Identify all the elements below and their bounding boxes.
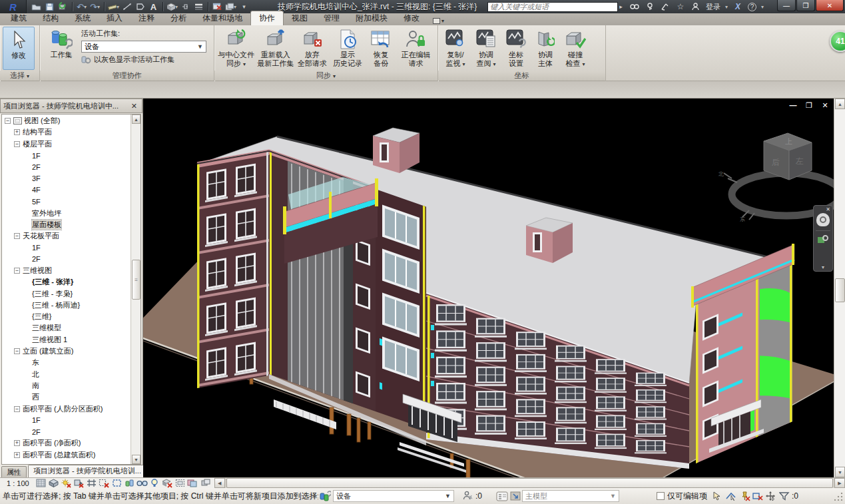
analytical-model-icon[interactable] — [186, 478, 199, 488]
crop-view-icon[interactable] — [85, 478, 98, 488]
tree-item-area-1f[interactable]: 1F — [2, 415, 131, 426]
detail-level-icon[interactable] — [35, 478, 47, 488]
close-button[interactable]: ✕ — [816, 0, 844, 11]
close-hidden-windows-icon[interactable] — [212, 1, 223, 12]
tree-item-floor-2f[interactable]: 2F — [2, 161, 131, 172]
tab-analyze[interactable]: 分析 — [162, 11, 194, 25]
restore-backup-button[interactable]: 恢复备份 — [367, 27, 396, 70]
expand-toggle[interactable]: + — [14, 129, 20, 135]
zoom-icon[interactable] — [818, 235, 828, 246]
tree-item-site-ground[interactable]: 室外地坪 — [2, 207, 131, 218]
temporary-hide-isolate-icon[interactable] — [136, 478, 148, 488]
view-restore-icon[interactable]: ❐ — [804, 101, 814, 110]
editing-requests-button[interactable]: 正在编辑请求 — [397, 27, 435, 70]
temporary-view-properties-icon[interactable] — [174, 478, 186, 488]
design-options-pick-icon[interactable] — [509, 490, 522, 502]
default-3d-view-icon[interactable]: ▾ — [166, 1, 178, 12]
tab-view[interactable]: 视图 — [284, 11, 316, 25]
tree-item-ceiling-plans[interactable]: −天花板平面 — [2, 230, 131, 242]
redo-icon[interactable]: ↷▾ — [89, 1, 101, 12]
tab-properties[interactable]: 属性 — [1, 466, 27, 477]
help-icon[interactable]: ? — [748, 3, 756, 11]
collapse-toggle[interactable]: − — [5, 118, 11, 124]
search-icon[interactable] — [629, 1, 640, 12]
project-browser-titlebar[interactable]: 项目浏览器 - 技师学院机电培训中... ✕ — [0, 99, 142, 113]
measure-icon[interactable]: ▾ — [108, 1, 119, 12]
tab-annotate[interactable]: 注释 — [131, 11, 162, 25]
tree-item-elevations[interactable]: −立面 (建筑立面) — [2, 346, 131, 357]
switch-windows-icon[interactable]: ▾ — [225, 1, 236, 12]
tab-addins[interactable]: 附加模块 — [348, 11, 396, 25]
interference-check-button[interactable]: 碰撞检查 ▾ — [561, 27, 590, 70]
expand-toggle[interactable]: + — [14, 440, 20, 446]
tree-item-ceiling-1f[interactable]: 1F — [2, 242, 131, 253]
tab-modify[interactable]: 修改 — [396, 11, 427, 25]
worksharing-display-icon[interactable] — [123, 478, 136, 488]
undo-icon[interactable]: ↶▾ — [76, 1, 87, 12]
tree-item-area-2f[interactable]: 2F — [2, 426, 131, 437]
active-workset-dropdown[interactable]: 设备▼ — [81, 41, 206, 53]
tab-manage[interactable]: 管理 — [316, 11, 348, 25]
horizontal-scrollbar[interactable]: ◀ ▶ — [214, 478, 845, 489]
tree-item-ceiling-2f[interactable]: 2F — [2, 254, 131, 265]
scrollbar-thumb[interactable]: ≡ — [132, 260, 141, 300]
save-icon[interactable] — [44, 1, 55, 12]
aligned-dimension-icon[interactable] — [121, 1, 133, 12]
editing-requests-icon[interactable] — [461, 490, 474, 502]
view-close-icon[interactable]: ✕ — [820, 101, 830, 110]
tree-item-elev-north[interactable]: 北 — [2, 369, 131, 380]
minimize-button[interactable]: — — [777, 0, 796, 11]
tree-item-area-plans-net[interactable]: +面积平面 (净面积) — [2, 437, 131, 449]
modify-button[interactable]: 修改 — [3, 27, 35, 70]
selection-filter-icon[interactable] — [778, 490, 791, 502]
notification-badge[interactable]: 41 — [830, 31, 845, 52]
scroll-left-icon[interactable]: ◀ — [214, 478, 225, 488]
press-drag-icon[interactable] — [711, 490, 724, 502]
scroll-right-icon[interactable]: ▶ — [834, 478, 845, 488]
tab-collaborate[interactable]: 协作 — [250, 11, 284, 25]
editable-only-checkbox[interactable] — [657, 492, 665, 500]
section-icon[interactable] — [180, 1, 191, 12]
tab-insert[interactable]: 插入 — [99, 11, 131, 25]
reveal-hidden-elements-icon[interactable] — [148, 478, 161, 488]
tab-systems[interactable]: 系统 — [67, 11, 99, 25]
tab-architecture[interactable]: 建筑 — [3, 11, 35, 25]
editing-requests-count[interactable]: :0 — [475, 491, 482, 501]
tree-item-structural-plans[interactable]: +结构平面 — [2, 126, 131, 138]
tree-item-3d-model[interactable]: 三维模型 — [2, 322, 131, 334]
scroll-up-icon[interactable]: ▲ — [835, 99, 845, 109]
coordination-host-button[interactable]: 协调主体 — [531, 27, 559, 70]
text-icon[interactable]: A — [148, 1, 159, 12]
coordinates-button[interactable]: 坐标设置 — [502, 27, 530, 70]
synchronize-panel-label[interactable]: 同步 ▾ — [214, 71, 437, 81]
active-workset-status-dropdown[interactable]: 设备▼ — [333, 490, 454, 502]
scroll-up-icon[interactable]: ▲ — [132, 115, 141, 124]
tree-item-3d-default[interactable]: {三维} — [2, 311, 131, 322]
drawing-area[interactable]: 上 后 左 北 西 东 南 — ❐ ✕ ✕ ▼ — [143, 99, 834, 477]
sync-central-icon[interactable] — [57, 1, 69, 12]
tree-item-3d-view-1[interactable]: 三维视图 1 — [2, 334, 131, 346]
navigation-bar[interactable]: ✕ ▼ — [813, 205, 833, 272]
navbar-more-icon[interactable]: ▼ — [821, 265, 826, 271]
scroll-down-icon[interactable]: ▼ — [835, 467, 845, 477]
customize-qat-icon[interactable]: ▾ — [238, 1, 250, 12]
collapse-toggle[interactable]: − — [14, 268, 20, 274]
design-options-dropdown[interactable]: 主模型▼ — [522, 490, 619, 502]
collapse-toggle[interactable]: − — [14, 233, 20, 239]
tree-item-3d-yangyudi[interactable]: {三维 - 杨雨迪} — [2, 300, 131, 311]
signin-icon[interactable] — [691, 1, 701, 12]
reload-latest-button[interactable]: 重新载入最新工作集 — [256, 27, 294, 70]
tab-structure[interactable]: 结构 — [35, 11, 67, 25]
collapse-toggle[interactable]: − — [14, 348, 20, 354]
worksets-status-icon[interactable] — [318, 490, 332, 502]
tree-item-floor-3f[interactable]: 3F — [2, 172, 131, 184]
tree-item-elev-south[interactable]: 南 — [2, 380, 131, 391]
expand-toggle[interactable]: + — [14, 452, 20, 458]
editable-only-checkbox-row[interactable]: 仅可编辑项 — [657, 491, 707, 502]
close-icon[interactable]: ✕ — [129, 102, 139, 111]
scroll-down-icon[interactable]: ▼ — [132, 455, 141, 464]
view-minimize-icon[interactable]: — — [788, 101, 798, 110]
thin-lines-icon[interactable] — [193, 1, 204, 12]
communication-center-icon[interactable] — [660, 1, 671, 12]
search-input[interactable] — [487, 2, 618, 12]
